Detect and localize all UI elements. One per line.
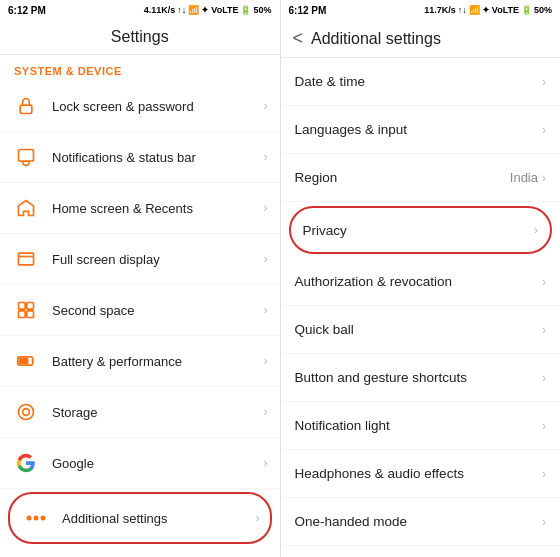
right-item-headphones[interactable]: Headphones & audio effects › — [281, 450, 561, 498]
svg-point-12 — [27, 516, 32, 521]
one-handed-label: One-handed mode — [295, 514, 543, 529]
date-time-label: Date & time — [295, 74, 543, 89]
battery-icon — [10, 345, 42, 377]
left-panel: 6:12 PM 4.11K/s ↑↓ 📶 ✦ VoLTE 🔋 50% Setti… — [0, 0, 281, 557]
languages-chevron: › — [542, 123, 546, 137]
right-item-date-time[interactable]: Date & time › — [281, 58, 561, 106]
settings-item-additional[interactable]: Additional settings › — [8, 492, 272, 544]
status-time-left: 6:12 PM — [8, 5, 46, 16]
svg-rect-9 — [19, 359, 27, 364]
region-chevron: › — [542, 171, 546, 185]
privacy-chevron: › — [534, 223, 538, 237]
section-accounts-label: ACCOUNTS — [0, 547, 280, 557]
status-bar-left: 6:12 PM 4.11K/s ↑↓ 📶 ✦ VoLTE 🔋 50% — [0, 0, 280, 20]
right-item-one-handed[interactable]: One-handed mode › — [281, 498, 561, 546]
svg-rect-7 — [27, 311, 34, 318]
svg-point-10 — [19, 405, 34, 420]
back-button[interactable]: < — [293, 28, 304, 49]
right-panel-scroll[interactable]: Date & time › Languages & input › Region… — [281, 58, 561, 557]
svg-rect-2 — [19, 253, 34, 265]
settings-item-home-screen[interactable]: Home screen & Recents › — [0, 183, 280, 234]
lock-icon — [10, 90, 42, 122]
time-left: 6:12 PM — [8, 5, 46, 16]
authorization-label: Authorization & revocation — [295, 274, 543, 289]
right-panel-header: < Additional settings — [281, 20, 561, 58]
gesture-label: Button and gesture shortcuts — [295, 370, 543, 385]
fullscreen-label: Full screen display — [52, 252, 264, 267]
fullscreen-chevron: › — [264, 252, 268, 266]
home-screen-chevron: › — [264, 201, 268, 215]
right-panel: 6:12 PM 11.7K/s ↑↓ 📶 ✦ VoLTE 🔋 50% < Add… — [281, 0, 561, 557]
one-handed-chevron: › — [542, 515, 546, 529]
quick-ball-chevron: › — [542, 323, 546, 337]
additional-settings-chevron: › — [256, 511, 260, 525]
right-item-privacy[interactable]: Privacy › — [289, 206, 553, 254]
svg-point-11 — [23, 409, 30, 416]
notification-light-chevron: › — [542, 419, 546, 433]
authorization-chevron: › — [542, 275, 546, 289]
right-item-gesture[interactable]: Button and gesture shortcuts › — [281, 354, 561, 402]
second-space-icon — [10, 294, 42, 326]
notifications-chevron: › — [264, 150, 268, 164]
second-space-label: Second space — [52, 303, 264, 318]
right-item-notification-light[interactable]: Notification light › — [281, 402, 561, 450]
status-bar-right: 6:12 PM 11.7K/s ↑↓ 📶 ✦ VoLTE 🔋 50% — [281, 0, 561, 20]
quick-ball-label: Quick ball — [295, 322, 543, 337]
region-label: Region — [295, 170, 510, 185]
svg-point-14 — [41, 516, 46, 521]
settings-item-google[interactable]: Google › — [0, 438, 280, 489]
notifications-icon — [10, 141, 42, 173]
fullscreen-icon — [10, 243, 42, 275]
gesture-chevron: › — [542, 371, 546, 385]
home-icon — [10, 192, 42, 224]
date-time-chevron: › — [542, 75, 546, 89]
headphones-chevron: › — [542, 467, 546, 481]
status-icons-left: 4.11K/s ↑↓ 📶 ✦ VoLTE 🔋 50% — [144, 5, 272, 15]
status-icons-right: 11.7K/s ↑↓ 📶 ✦ VoLTE 🔋 50% — [424, 5, 552, 15]
settings-item-fullscreen[interactable]: Full screen display › — [0, 234, 280, 285]
storage-icon — [10, 396, 42, 428]
storage-chevron: › — [264, 405, 268, 419]
svg-rect-1 — [19, 150, 34, 162]
lock-screen-label: Lock screen & password — [52, 99, 264, 114]
headphones-label: Headphones & audio effects — [295, 466, 543, 481]
time-right: 6:12 PM — [289, 5, 327, 16]
lock-screen-chevron: › — [264, 99, 268, 113]
home-screen-label: Home screen & Recents — [52, 201, 264, 216]
right-item-languages[interactable]: Languages & input › — [281, 106, 561, 154]
additional-settings-label: Additional settings — [62, 511, 256, 526]
google-chevron: › — [264, 456, 268, 470]
network-speed-left: 4.11K/s — [144, 5, 176, 15]
settings-item-second-space[interactable]: Second space › — [0, 285, 280, 336]
left-panel-header: Settings — [0, 20, 280, 55]
left-panel-title: Settings — [12, 28, 268, 46]
google-icon — [10, 447, 42, 479]
second-space-chevron: › — [264, 303, 268, 317]
svg-point-13 — [34, 516, 39, 521]
languages-label: Languages & input — [295, 122, 543, 137]
settings-item-notifications[interactable]: Notifications & status bar › — [0, 132, 280, 183]
right-panel-title: Additional settings — [311, 30, 441, 48]
section-system-label: SYSTEM & DEVICE — [0, 55, 280, 81]
right-item-authorization[interactable]: Authorization & revocation › — [281, 258, 561, 306]
privacy-label: Privacy — [303, 223, 535, 238]
svg-rect-0 — [20, 105, 32, 113]
settings-item-battery[interactable]: Battery & performance › — [0, 336, 280, 387]
svg-rect-6 — [19, 311, 26, 318]
battery-chevron: › — [264, 354, 268, 368]
right-item-accessibility[interactable]: Accessibility › — [281, 546, 561, 557]
svg-rect-4 — [19, 303, 26, 310]
settings-item-storage[interactable]: Storage › — [0, 387, 280, 438]
additional-settings-icon — [20, 502, 52, 534]
storage-label: Storage — [52, 405, 264, 420]
notifications-label: Notifications & status bar — [52, 150, 264, 165]
svg-rect-5 — [27, 303, 34, 310]
right-item-quick-ball[interactable]: Quick ball › — [281, 306, 561, 354]
region-value: India — [510, 170, 538, 185]
left-panel-scroll[interactable]: SYSTEM & DEVICE Lock screen & password ›… — [0, 55, 280, 557]
status-time-right: 6:12 PM — [289, 5, 327, 16]
battery-label: Battery & performance — [52, 354, 264, 369]
right-item-region[interactable]: Region India › — [281, 154, 561, 202]
google-label: Google — [52, 456, 264, 471]
settings-item-lock-screen[interactable]: Lock screen & password › — [0, 81, 280, 132]
